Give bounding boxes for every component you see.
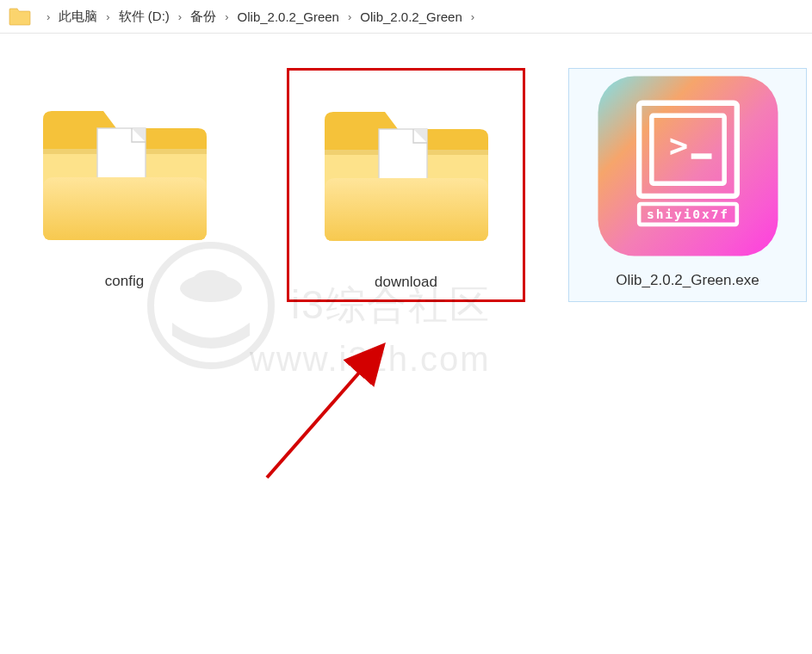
breadcrumb-item[interactable]: Olib_2.0.2_Green: [360, 9, 462, 24]
file-grid: config download: [0, 34, 812, 336]
watermark-url: www.i3zh.com: [250, 340, 491, 379]
chevron-right-icon: ›: [225, 10, 228, 23]
folder-icon: [9, 7, 31, 26]
chevron-right-icon: ›: [178, 10, 182, 23]
item-label: download: [375, 274, 437, 291]
icon-badge-text: shiyi0x7f: [647, 207, 729, 221]
folder-item-config[interactable]: config: [5, 68, 244, 302]
svg-rect-0: [97, 128, 146, 185]
breadcrumb: › 此电脑 › 软件 (D:) › 备份 › Olib_2.0.2_Green …: [0, 0, 812, 34]
breadcrumb-item[interactable]: 软件 (D:): [119, 9, 170, 25]
svg-line-11: [267, 350, 379, 478]
breadcrumb-item[interactable]: 备份: [190, 9, 216, 25]
arrow-annotation: [258, 340, 413, 495]
chevron-right-icon: ›: [46, 10, 50, 23]
breadcrumb-item[interactable]: Olib_2.0.2_Green: [238, 9, 339, 24]
chevron-right-icon: ›: [106, 10, 109, 23]
file-item-exe[interactable]: > shiyi0x7f Olib_2.0.2_Green.exe: [568, 68, 807, 302]
folder-icon: [30, 85, 220, 249]
chevron-right-icon: ›: [471, 10, 474, 23]
item-label: config: [105, 273, 144, 290]
folder-icon: [312, 86, 501, 250]
breadcrumb-item[interactable]: 此电脑: [59, 9, 97, 25]
svg-text:>: >: [669, 127, 688, 164]
chevron-right-icon: ›: [348, 10, 351, 23]
svg-rect-6: [691, 153, 711, 158]
folder-item-download[interactable]: download: [287, 68, 525, 302]
svg-rect-1: [379, 129, 427, 186]
app-icon: > shiyi0x7f: [593, 84, 783, 248]
item-label: Olib_2.0.2_Green.exe: [616, 272, 759, 289]
